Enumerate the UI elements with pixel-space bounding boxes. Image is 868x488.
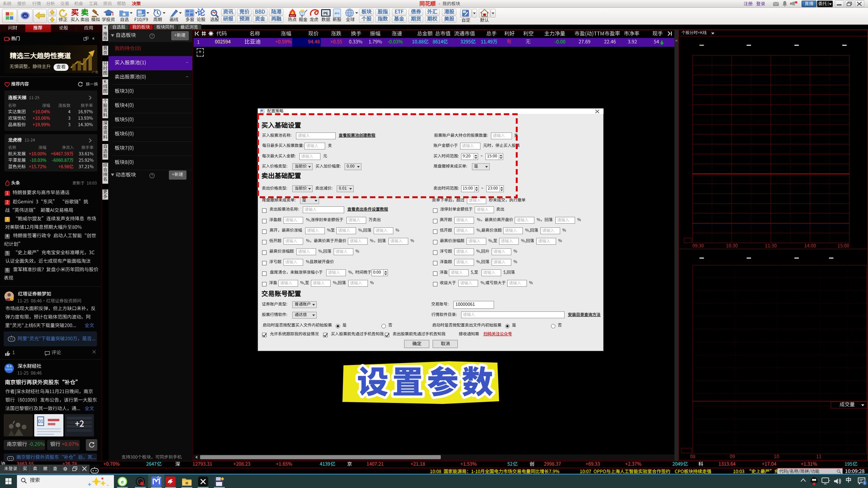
svg-text:AI: AI bbox=[24, 14, 27, 18]
svg-text:e: e bbox=[121, 479, 124, 485]
svg-text:5: 5 bbox=[864, 481, 866, 485]
svg-text:?: ? bbox=[151, 174, 153, 178]
svg-text:IPO: IPO bbox=[335, 12, 339, 15]
svg-text:PE: PE bbox=[323, 11, 329, 15]
svg-text:01: 01 bbox=[38, 419, 43, 424]
svg-text:?: ? bbox=[151, 34, 153, 38]
svg-text:V: V bbox=[11, 298, 13, 301]
svg-text:HOT: HOT bbox=[290, 14, 295, 17]
